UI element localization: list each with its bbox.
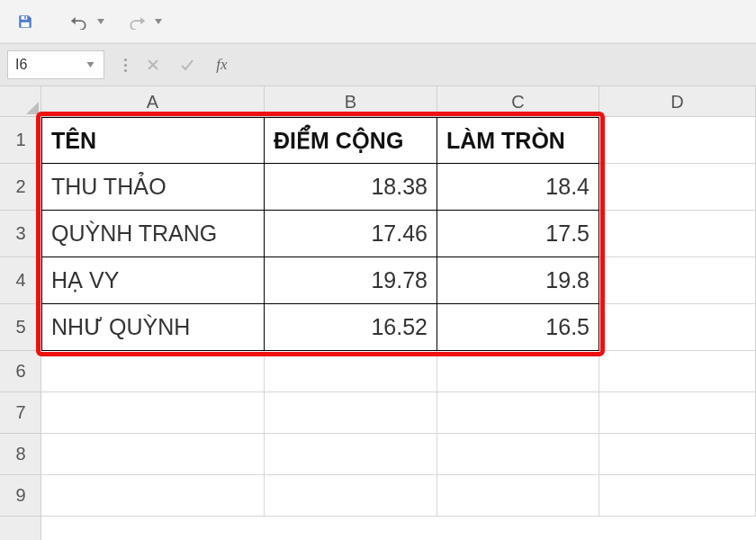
cell[interactable] — [265, 475, 437, 517]
row-header[interactable]: 4 — [0, 257, 41, 304]
cell[interactable] — [599, 164, 756, 211]
cell[interactable]: 16.52 — [265, 304, 437, 351]
cell[interactable] — [41, 351, 265, 392]
row-header[interactable]: 7 — [0, 392, 41, 434]
cell[interactable]: LÀM TRÒN — [437, 117, 599, 164]
cell[interactable] — [599, 211, 756, 257]
cell[interactable] — [41, 475, 265, 517]
cell[interactable]: HẠ VY — [41, 257, 265, 304]
cell[interactable] — [599, 434, 756, 475]
undo-icon[interactable] — [67, 9, 92, 34]
worksheet: ABCD 123456789 TÊNĐIỂM CỘNGLÀM TRÒNTHU T… — [0, 86, 756, 540]
redo-icon[interactable] — [124, 9, 149, 34]
row-header[interactable]: 3 — [0, 211, 41, 257]
name-box-value: I6 — [15, 57, 27, 73]
cell[interactable]: NHƯ QUỲNH — [41, 304, 265, 351]
cell[interactable]: 19.8 — [437, 257, 599, 304]
svg-rect-0 — [22, 16, 28, 20]
cell[interactable] — [437, 392, 599, 434]
svg-rect-2 — [24, 16, 26, 19]
cell[interactable]: THU THẢO — [41, 164, 265, 211]
cell[interactable] — [599, 304, 756, 351]
redo-dropdown-icon[interactable] — [153, 9, 164, 34]
cell[interactable]: 18.4 — [437, 164, 599, 211]
cell[interactable] — [437, 434, 599, 475]
cell[interactable]: QUỲNH TRANG — [41, 211, 265, 257]
cell[interactable] — [41, 434, 265, 475]
cell[interactable] — [265, 392, 437, 434]
cell[interactable] — [265, 351, 437, 392]
cell-grid[interactable]: TÊNĐIỂM CỘNGLÀM TRÒNTHU THẢO18.3818.4QUỲ… — [41, 117, 756, 540]
row-header[interactable]: 8 — [0, 434, 41, 475]
name-box[interactable]: I6 — [7, 50, 104, 79]
cell[interactable] — [599, 351, 756, 392]
cell[interactable] — [437, 351, 599, 392]
cell[interactable] — [437, 475, 599, 517]
cell[interactable] — [599, 117, 756, 164]
column-header[interactable]: C — [437, 86, 599, 117]
cell[interactable]: 16.5 — [437, 304, 599, 351]
cell[interactable]: ĐIỂM CỘNG — [265, 117, 437, 164]
column-header[interactable]: A — [41, 86, 265, 117]
formula-buttons: fx — [113, 50, 238, 79]
cell[interactable] — [41, 392, 265, 434]
cell[interactable]: 19.78 — [265, 257, 437, 304]
column-headers: ABCD — [41, 86, 756, 117]
row-header[interactable]: 6 — [0, 351, 41, 392]
save-icon[interactable] — [13, 9, 38, 34]
enter-icon[interactable] — [169, 50, 203, 79]
name-box-dropdown-icon[interactable] — [84, 58, 96, 71]
cell[interactable]: TÊN — [41, 117, 265, 164]
row-header[interactable]: 9 — [0, 475, 41, 517]
cell[interactable] — [265, 434, 437, 475]
row-header[interactable]: 5 — [0, 304, 41, 351]
undo-dropdown-icon[interactable] — [95, 9, 106, 34]
quick-access-toolbar — [0, 0, 756, 43]
formula-bar: I6 fx — [0, 43, 756, 86]
select-all-corner[interactable] — [0, 86, 41, 117]
formula-bar-grip-icon — [119, 58, 131, 72]
svg-rect-1 — [22, 22, 30, 26]
cancel-icon[interactable] — [135, 50, 169, 79]
fx-label: fx — [216, 56, 227, 74]
cell[interactable] — [599, 392, 756, 434]
insert-function-button[interactable]: fx — [203, 50, 238, 79]
column-header[interactable]: B — [265, 86, 437, 117]
cell[interactable]: 17.46 — [265, 211, 437, 257]
row-header[interactable]: 1 — [0, 117, 41, 164]
column-header[interactable]: D — [599, 86, 756, 117]
cell[interactable]: 18.38 — [265, 164, 437, 211]
row-headers: 123456789 — [0, 117, 41, 540]
cell[interactable] — [599, 257, 756, 304]
cell[interactable]: 17.5 — [437, 211, 599, 257]
cell[interactable] — [599, 475, 756, 517]
row-header[interactable]: 2 — [0, 164, 41, 211]
